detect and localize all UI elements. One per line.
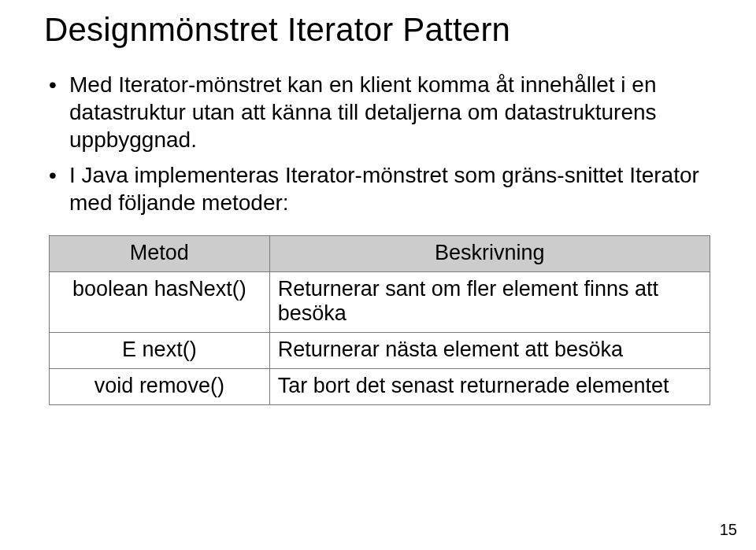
table-row: void remove() Tar bort det senast return… <box>50 369 710 405</box>
cell-method: void remove() <box>50 369 270 405</box>
table-header-row: Metod Beskrivning <box>50 236 710 272</box>
bullet-item: I Java implementeras Iterator-mönstret s… <box>44 161 726 216</box>
table-row: E next() Returnerar nästa element att be… <box>50 333 710 369</box>
cell-desc: Returnerar nästa element att besöka <box>269 333 710 369</box>
cell-method: E next() <box>50 333 270 369</box>
bullet-list: Med Iterator-mönstret kan en klient komm… <box>44 71 726 216</box>
cell-desc: Returnerar sant om fler element finns at… <box>269 272 710 333</box>
table-row: boolean hasNext() Returnerar sant om fle… <box>50 272 710 333</box>
page-title: Designmönstret Iterator Pattern <box>44 11 726 49</box>
cell-method: boolean hasNext() <box>50 272 270 333</box>
methods-table: Metod Beskrivning boolean hasNext() Retu… <box>49 235 710 405</box>
col-header-desc: Beskrivning <box>269 236 710 272</box>
col-header-method: Metod <box>50 236 270 272</box>
bullet-item: Med Iterator-mönstret kan en klient komm… <box>44 71 726 153</box>
cell-desc: Tar bort det senast returnerade elemente… <box>269 369 710 405</box>
page-number: 15 <box>720 521 737 539</box>
